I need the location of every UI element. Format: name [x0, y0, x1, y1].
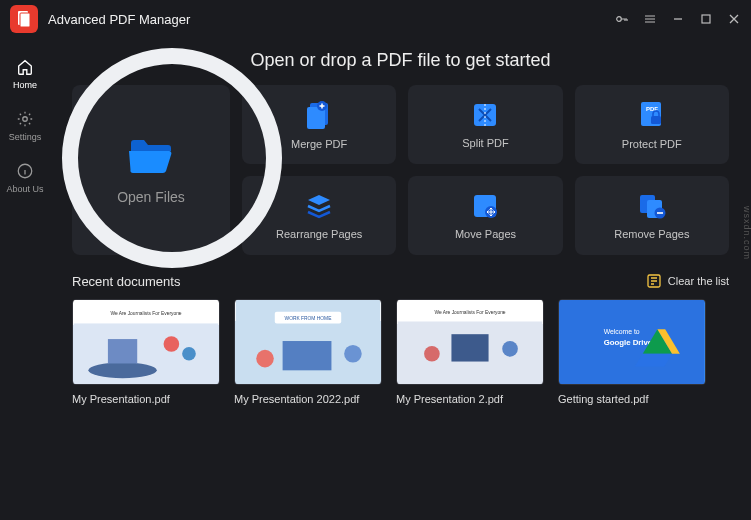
- svg-rect-23: [108, 339, 137, 363]
- sidebar: Home Settings About Us: [0, 38, 50, 520]
- tile-split-pdf[interactable]: Split PDF: [408, 85, 562, 164]
- doc-name: My Presentation.pdf: [72, 393, 220, 405]
- svg-rect-1: [20, 13, 30, 27]
- tile-rearrange-pages[interactable]: Rearrange Pages: [242, 176, 396, 255]
- tile-label: Remove Pages: [614, 228, 689, 240]
- doc-name: My Presentation 2022.pdf: [234, 393, 382, 405]
- tile-open-files[interactable]: Open Files: [72, 85, 230, 255]
- action-grid: Open Files Merge PDF Split PDF PDF Prote…: [72, 85, 729, 255]
- sidebar-item-about[interactable]: About Us: [6, 162, 43, 194]
- app-title: Advanced PDF Manager: [48, 12, 190, 27]
- svg-rect-12: [651, 116, 661, 124]
- tile-label: Protect PDF: [622, 138, 682, 150]
- recent-doc[interactable]: We Are Journalists For Everyone My Prese…: [396, 299, 544, 405]
- sidebar-item-home[interactable]: Home: [13, 58, 37, 90]
- svg-rect-35: [451, 334, 488, 361]
- recent-doc[interactable]: Welcome toGoogle Drive Getting started.p…: [558, 299, 706, 405]
- tile-label: Merge PDF: [291, 138, 347, 150]
- layers-icon: [305, 192, 333, 220]
- close-button[interactable]: [727, 12, 741, 26]
- tile-label: Split PDF: [462, 137, 508, 149]
- minimize-button[interactable]: [671, 12, 685, 26]
- recent-header: Recent documents Clear the list: [72, 273, 729, 289]
- svg-point-4: [23, 117, 28, 122]
- lock-icon: PDF: [638, 100, 666, 130]
- thumbnail: Welcome toGoogle Drive: [558, 299, 706, 385]
- svg-rect-29: [283, 341, 332, 370]
- tile-protect-pdf[interactable]: PDF Protect PDF: [575, 85, 729, 164]
- tile-label: Open Files: [117, 189, 185, 205]
- key-icon[interactable]: [615, 12, 629, 26]
- doc-name: Getting started.pdf: [558, 393, 706, 405]
- recent-documents: We Are Journalists For Everyone My Prese…: [72, 299, 729, 405]
- sidebar-item-settings[interactable]: Settings: [9, 110, 42, 142]
- window-controls: [615, 12, 741, 26]
- titlebar: Advanced PDF Manager: [0, 0, 751, 38]
- sidebar-item-label: About Us: [6, 184, 43, 194]
- clear-list-button[interactable]: Clear the list: [646, 273, 729, 289]
- svg-point-2: [617, 17, 622, 22]
- info-icon: [16, 162, 34, 180]
- sidebar-item-label: Home: [13, 80, 37, 90]
- svg-point-24: [164, 336, 180, 352]
- tile-merge-pdf[interactable]: Merge PDF: [242, 85, 396, 164]
- tile-label: Move Pages: [455, 228, 516, 240]
- recent-doc[interactable]: We Are Journalists For Everyone My Prese…: [72, 299, 220, 405]
- maximize-button[interactable]: [699, 12, 713, 26]
- tile-label: Rearrange Pages: [276, 228, 362, 240]
- folder-open-icon: [127, 135, 175, 175]
- thumbnail: We Are Journalists For Everyone: [72, 299, 220, 385]
- watermark: wsxdn.com: [742, 206, 751, 260]
- move-icon: [471, 192, 499, 220]
- app-icon: [10, 5, 38, 33]
- svg-text:WORK FROM HOME: WORK FROM HOME: [285, 316, 333, 321]
- split-icon: [471, 101, 499, 129]
- svg-text:Google Drive: Google Drive: [604, 338, 653, 347]
- recent-title: Recent documents: [72, 274, 180, 289]
- remove-icon: [637, 192, 667, 220]
- svg-point-36: [424, 346, 440, 362]
- clear-list-icon: [646, 273, 662, 289]
- svg-text:We Are Journalists For Everyon: We Are Journalists For Everyone: [110, 311, 181, 316]
- home-icon: [16, 58, 34, 76]
- svg-rect-3: [702, 15, 710, 23]
- svg-text:We Are Journalists For Everyon: We Are Journalists For Everyone: [434, 310, 505, 315]
- sidebar-item-label: Settings: [9, 132, 42, 142]
- thumbnail: WORK FROM HOME: [234, 299, 382, 385]
- svg-point-31: [344, 345, 362, 363]
- merge-icon: [305, 100, 333, 130]
- svg-text:Welcome to: Welcome to: [604, 328, 640, 335]
- recent-doc[interactable]: WORK FROM HOME My Presentation 2022.pdf: [234, 299, 382, 405]
- svg-point-22: [88, 363, 156, 379]
- thumbnail: We Are Journalists For Everyone: [396, 299, 544, 385]
- tile-move-pages[interactable]: Move Pages: [408, 176, 562, 255]
- clear-list-label: Clear the list: [668, 275, 729, 287]
- headline: Open or drop a PDF file to get started: [72, 50, 729, 71]
- svg-point-30: [256, 350, 274, 368]
- content: Open or drop a PDF file to get started O…: [50, 38, 751, 520]
- gear-icon: [16, 110, 34, 128]
- svg-point-37: [502, 341, 518, 357]
- tile-remove-pages[interactable]: Remove Pages: [575, 176, 729, 255]
- menu-icon[interactable]: [643, 12, 657, 26]
- svg-point-25: [182, 347, 196, 361]
- doc-name: My Presentation 2.pdf: [396, 393, 544, 405]
